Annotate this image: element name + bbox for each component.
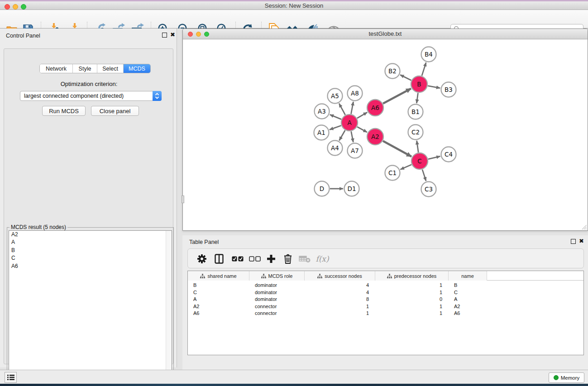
- graph-edge-C-C2[interactable]: [417, 141, 419, 152]
- close-network-button[interactable]: [188, 32, 193, 37]
- graph-edge-C-C1[interactable]: [400, 165, 411, 170]
- table-settings-button[interactable]: [196, 253, 208, 265]
- graph-edge-B-B4[interactable]: [422, 62, 426, 76]
- graph-node-B1[interactable]: B1: [408, 105, 423, 119]
- memory-button[interactable]: Memory: [549, 372, 584, 383]
- column-header-predecessor-nodes[interactable]: predecessor nodes: [375, 271, 449, 281]
- float-panel-icon[interactable]: [571, 239, 576, 244]
- graph-node-label: B2: [388, 67, 397, 75]
- result-item[interactable]: A6: [9, 262, 172, 270]
- graph-node-A[interactable]: A: [341, 114, 358, 131]
- table-cell: dominator: [249, 282, 305, 289]
- mcds-result-list[interactable]: A2ABCA6: [9, 230, 172, 380]
- tab-style[interactable]: Style: [73, 64, 97, 73]
- column-header-MCDS-role[interactable]: MCDS role: [249, 271, 305, 281]
- result-item[interactable]: B: [9, 247, 172, 254]
- tab-mcds[interactable]: MCDS: [124, 64, 150, 73]
- graph-edge-B-B2[interactable]: [400, 75, 411, 80]
- deselect-all-button[interactable]: [249, 253, 261, 265]
- graph-node-A8[interactable]: A8: [348, 86, 363, 101]
- table-cell: A6: [449, 310, 487, 317]
- zoom-window-button[interactable]: [21, 4, 26, 10]
- function-builder-button[interactable]: f(x): [316, 253, 329, 265]
- graph-node-C2[interactable]: C2: [408, 125, 423, 140]
- table-row[interactable]: Cdominator41C: [188, 289, 487, 296]
- graph-node-B2[interactable]: B2: [385, 64, 400, 79]
- column-header-name[interactable]: name: [449, 271, 487, 281]
- graph-edge-A-A3[interactable]: [330, 114, 341, 119]
- column-header-label: MCDS role: [268, 273, 293, 279]
- select-all-button[interactable]: [231, 253, 244, 265]
- network-canvas[interactable]: AA1A2A3A4A5A6A7A8BB1B2B3B4CC1C2C3C4DD1: [183, 39, 588, 230]
- table-cell: A: [188, 296, 249, 303]
- graph-edge-A-A8[interactable]: [351, 102, 354, 114]
- window-resize-grip[interactable]: [581, 224, 587, 229]
- tab-select[interactable]: Select: [97, 64, 124, 73]
- graph-edge-B-B3[interactable]: [428, 86, 440, 88]
- graph-node-A1[interactable]: A1: [314, 125, 329, 140]
- delete-table-button[interactable]: [298, 253, 311, 265]
- minimize-network-button[interactable]: [196, 32, 201, 37]
- graph-node-C3[interactable]: C3: [421, 182, 436, 197]
- close-panel-button[interactable]: Close panel: [91, 106, 139, 116]
- result-item[interactable]: A: [9, 238, 172, 246]
- result-scrollbar[interactable]: [166, 231, 172, 380]
- graph-node-A6[interactable]: A6: [367, 100, 383, 116]
- table-row[interactable]: Adominator80A: [188, 296, 487, 303]
- delete-column-button[interactable]: [282, 253, 294, 265]
- graph-node-B[interactable]: B: [411, 76, 427, 92]
- graph-edge-A-A4[interactable]: [339, 130, 345, 141]
- graph-node-A5[interactable]: A5: [328, 89, 343, 104]
- graph-edge-A-A2[interactable]: [357, 127, 367, 132]
- graph-edge-B-B1[interactable]: [416, 93, 418, 103]
- window-left-resize-grip[interactable]: [182, 195, 184, 203]
- graph-edge-A2-C[interactable]: [383, 141, 411, 157]
- tab-network[interactable]: Network: [40, 64, 73, 73]
- trash-icon: [284, 254, 292, 264]
- table-toolbar: f(x): [187, 248, 584, 268]
- mcds-result-group: MCDS result (5 nodes) A2ABCA6: [7, 227, 174, 382]
- graph-edge-C-C4[interactable]: [428, 156, 440, 159]
- graph-node-A2[interactable]: A2: [367, 129, 383, 145]
- column-type-icon: [261, 274, 266, 278]
- graph-node-label: A1: [317, 129, 325, 136]
- table-row[interactable]: A6connector11A6: [188, 310, 487, 317]
- graph-node-C1[interactable]: C1: [385, 166, 400, 181]
- graph-edge-A-A1[interactable]: [330, 126, 341, 130]
- graph-edge-A-A5[interactable]: [339, 104, 345, 115]
- close-window-button[interactable]: [5, 4, 10, 10]
- run-mcds-button[interactable]: Run MCDS: [42, 106, 86, 116]
- table-cell: 0: [375, 296, 449, 303]
- column-header-shared-name[interactable]: shared name: [188, 271, 249, 281]
- add-column-button[interactable]: [265, 253, 277, 265]
- criterion-dropdown[interactable]: largest connected component (directed): [20, 91, 162, 101]
- graph-node-B3[interactable]: B3: [441, 82, 456, 97]
- table-row[interactable]: A2connector11A2: [188, 303, 487, 310]
- zoom-network-button[interactable]: [204, 32, 209, 37]
- graph-edge-A6-B[interactable]: [383, 89, 411, 104]
- graph-node-B4[interactable]: B4: [421, 47, 436, 62]
- graph-edge-A-A6[interactable]: [357, 112, 367, 118]
- graph-edge-A-A7[interactable]: [351, 131, 354, 142]
- float-panel-icon[interactable]: [162, 33, 167, 38]
- graph-node-label: D: [320, 185, 324, 192]
- close-panel-icon[interactable]: ✖: [579, 238, 584, 244]
- table-row[interactable]: Bdominator41B: [188, 282, 487, 289]
- graph-node-A7[interactable]: A7: [348, 143, 363, 158]
- minimize-window-button[interactable]: [13, 4, 18, 10]
- graph-edge-C-C3[interactable]: [422, 170, 426, 181]
- show-columns-button[interactable]: [213, 253, 225, 265]
- graph-node-D1[interactable]: D1: [344, 181, 359, 196]
- table-cell: C: [449, 289, 487, 296]
- graph-node-A3[interactable]: A3: [315, 104, 330, 119]
- graph-node-C[interactable]: C: [411, 153, 428, 169]
- graph-node-C4[interactable]: C4: [441, 147, 456, 162]
- graph-node-D[interactable]: D: [315, 181, 330, 196]
- list-icon: [7, 374, 14, 381]
- column-header-successor-nodes[interactable]: successor nodes: [305, 271, 375, 281]
- result-item[interactable]: C: [9, 254, 172, 262]
- result-item[interactable]: A2: [9, 231, 172, 238]
- close-panel-icon[interactable]: ✖: [170, 31, 175, 38]
- graph-node-A4[interactable]: A4: [328, 141, 343, 156]
- task-history-button[interactable]: [5, 372, 17, 383]
